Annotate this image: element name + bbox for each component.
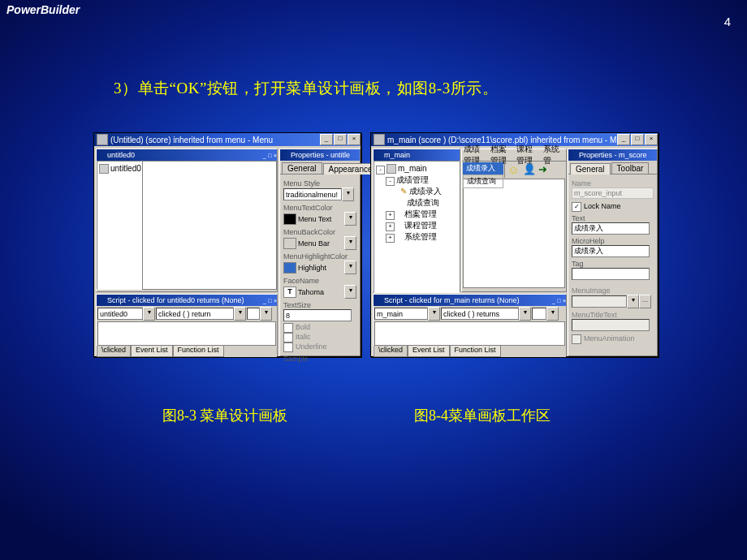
label-text-size: TextSize: [283, 301, 356, 309]
tree-node-course[interactable]: +课程管理: [376, 220, 457, 231]
menuimage-input[interactable]: [572, 295, 627, 308]
dropdown-button[interactable]: ▾: [627, 295, 639, 308]
smiley-icon[interactable]: ☺: [507, 163, 520, 175]
panel-min-button[interactable]: _: [263, 153, 266, 158]
props-title-1: Properties - untitle: [291, 151, 360, 159]
panel-close-button[interactable]: ×: [274, 153, 277, 158]
highlight-value: Highlight: [298, 264, 326, 272]
lock-name-checkbox[interactable]: ✓: [572, 202, 581, 212]
menutitletext-input[interactable]: [572, 319, 650, 331]
script-tab-functionlist[interactable]: Function List: [173, 346, 224, 357]
dropdown-button[interactable]: ▾: [546, 307, 559, 321]
design-canvas-1[interactable]: [142, 161, 277, 290]
tree-node-system[interactable]: +系统管理: [376, 231, 457, 243]
app-icon: [97, 134, 108, 145]
text-input[interactable]: [572, 222, 650, 235]
minimize-button[interactable]: _: [617, 134, 630, 145]
submenu-item[interactable]: 成绩查询: [463, 174, 503, 188]
tree-node-score-input[interactable]: ✎ 成绩录入: [376, 186, 457, 197]
tree-view-2[interactable]: -m_main -成绩管理 ✎ 成绩录入 成绩查询 +档案管理 +课程管理 +系…: [374, 161, 460, 293]
design-canvas-2[interactable]: [463, 179, 565, 288]
dropdown-button[interactable]: ▾: [519, 307, 531, 321]
panel-min-button[interactable]: _: [552, 298, 555, 304]
script-event-combo[interactable]: [441, 308, 519, 320]
panel-max-button[interactable]: □: [268, 153, 271, 158]
label-menutitletext: MenuTitleText: [572, 311, 654, 319]
script-tab-clicked[interactable]: \clicked: [374, 346, 408, 357]
close-button[interactable]: ×: [645, 134, 658, 145]
tree-titlebar-1: untitled0 _ □ ×: [97, 149, 277, 161]
tree-root-1[interactable]: untitled0: [99, 163, 140, 174]
script-extra-combo[interactable]: [247, 308, 260, 320]
italic-checkbox[interactable]: [283, 333, 293, 342]
text-size-input[interactable]: [283, 309, 352, 321]
label-tag: Tag: [572, 260, 654, 268]
arrow-icon[interactable]: ➜: [538, 163, 551, 175]
titlebar-1: (Untitled) (score) inherited from menu -…: [94, 133, 361, 146]
tree-view-1[interactable]: untitled0: [97, 161, 142, 290]
microhelp-input[interactable]: [572, 245, 650, 257]
label-name: Name: [572, 179, 654, 187]
expand-icon[interactable]: -: [376, 166, 385, 174]
design-panel-2: 成绩管理 档案管理 课程管理 系统管 成绩录入 成绩查询 ☺ 👤 ➜: [461, 149, 567, 292]
script-extra-combo[interactable]: [532, 308, 546, 320]
script-tab-clicked[interactable]: \clicked: [97, 346, 131, 357]
dropdown-button[interactable]: ▾: [344, 285, 356, 299]
dropdown-button[interactable]: ▾: [344, 212, 356, 226]
menu-bar-value: Menu Bar: [298, 239, 330, 248]
script-tab-eventlist[interactable]: Event List: [131, 346, 173, 357]
tree-node-score-query[interactable]: 成绩查询: [376, 197, 457, 209]
expand-icon[interactable]: +: [386, 211, 395, 220]
dropdown-button[interactable]: ▾: [344, 261, 356, 274]
script-editor-2[interactable]: [374, 321, 565, 346]
tree-node-archive[interactable]: +档案管理: [376, 209, 457, 220]
expand-icon[interactable]: +: [386, 222, 395, 231]
script-object-combo[interactable]: [374, 308, 428, 320]
properties-panel-1: Properties - untitle General Appearance …: [279, 149, 361, 356]
tree-node-score[interactable]: -成绩管理: [376, 174, 457, 186]
header-title: PowerBuilder: [6, 3, 80, 16]
panel-max-button[interactable]: □: [557, 298, 560, 304]
face-name-value: Tahoma: [298, 288, 324, 296]
panel-min-button[interactable]: _: [263, 298, 266, 304]
tree-title-1: untitled0: [107, 151, 263, 159]
minimize-button[interactable]: _: [320, 134, 333, 145]
props-tabs-2: General Toolbar: [570, 162, 655, 174]
tab-general[interactable]: General: [282, 162, 322, 174]
tree-root[interactable]: -m_main: [376, 163, 457, 174]
underline-checkbox[interactable]: [283, 342, 293, 352]
dropdown-button[interactable]: ▾: [428, 307, 440, 321]
tree-panel-1: untitled0 _ □ × untitled0: [96, 149, 278, 292]
panel-max-button[interactable]: □: [268, 298, 271, 304]
script-event-combo[interactable]: [156, 308, 234, 320]
expand-icon[interactable]: +: [386, 234, 395, 243]
dropdown-button[interactable]: ▾: [344, 236, 356, 250]
maximize-button[interactable]: □: [631, 134, 644, 145]
person-icon[interactable]: 👤: [523, 163, 535, 175]
browse-button[interactable]: …: [639, 295, 651, 308]
dropdown-button[interactable]: ▾: [143, 307, 155, 321]
script-titlebar-2: Script - clicked for m_main returns (Non…: [374, 295, 566, 306]
script-object-combo[interactable]: [97, 308, 143, 320]
dropdown-button[interactable]: ▾: [342, 187, 354, 201]
submenu-item-selected[interactable]: 成绩录入: [463, 162, 503, 174]
tag-input[interactable]: [572, 268, 650, 280]
expand-icon[interactable]: -: [386, 177, 395, 186]
dropdown-button[interactable]: ▾: [234, 307, 246, 321]
panel-close-button[interactable]: ×: [274, 298, 277, 304]
script-tab-functionlist[interactable]: Function List: [450, 346, 501, 357]
dropdown-button[interactable]: ▾: [260, 307, 272, 321]
close-button[interactable]: ×: [348, 134, 361, 145]
maximize-button[interactable]: □: [334, 134, 347, 145]
script-editor-1[interactable]: [97, 321, 276, 346]
slide: PowerBuilder 4 3）单击“OK”按钮，打开菜单设计画板，如图8-3…: [0, 0, 747, 560]
tab-toolbar[interactable]: Toolbar: [611, 162, 650, 174]
bold-checkbox[interactable]: [283, 323, 293, 333]
tab-general[interactable]: General: [570, 163, 611, 174]
script-tab-eventlist[interactable]: Event List: [408, 346, 450, 357]
menu-icon: [99, 164, 109, 174]
menu-style-input[interactable]: [283, 188, 342, 200]
menuanimation-checkbox[interactable]: [572, 334, 581, 344]
panel-close-button[interactable]: ×: [563, 298, 566, 304]
color-chip-highlight: [283, 262, 296, 274]
